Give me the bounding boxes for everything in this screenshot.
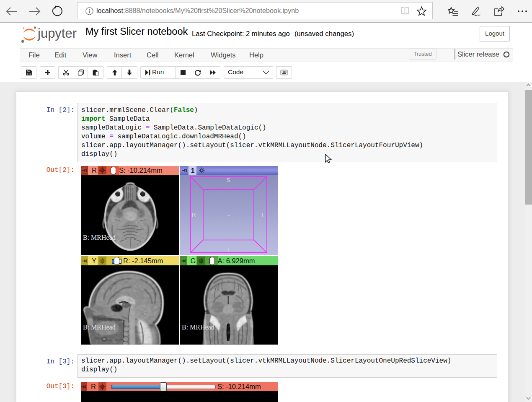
svg-text:→: → xyxy=(226,212,231,217)
svg-text:R: R xyxy=(192,212,196,218)
svg-text:S: S xyxy=(227,177,230,183)
svg-text:I: I xyxy=(262,212,263,218)
svg-text:B: MRHead: B: MRHead xyxy=(83,234,116,241)
svg-text:I: I xyxy=(227,246,229,253)
svg-text:B: MRHead: B: MRHead xyxy=(182,324,214,331)
svg-text:B: MRHead: B: MRHead xyxy=(83,324,116,331)
